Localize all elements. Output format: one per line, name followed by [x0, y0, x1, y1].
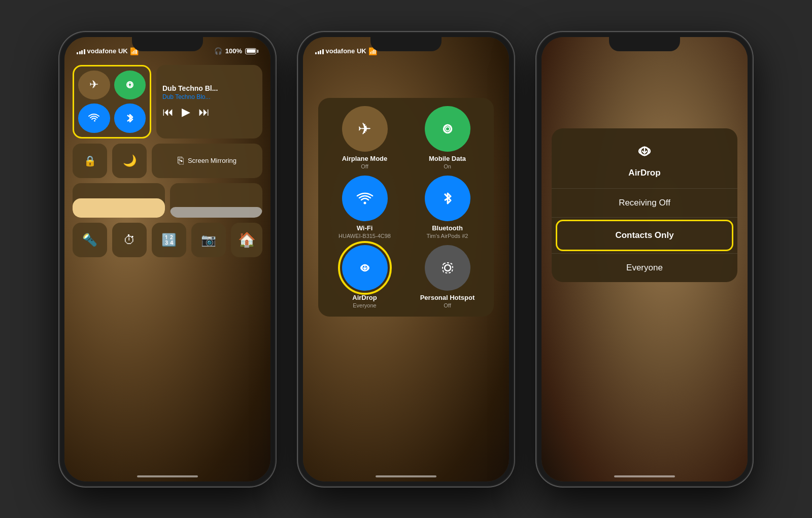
- wifi-label: Wi-Fi: [357, 224, 373, 232]
- media-controls: ⏮ ▶ ⏭: [162, 106, 256, 119]
- control-center: ✈: [73, 65, 262, 257]
- svg-point-7: [445, 265, 451, 271]
- connectivity-block: ✈: [73, 65, 151, 139]
- bluetooth-item[interactable]: Bluetooth Tim's AirPods #2: [409, 176, 486, 239]
- notch-3: [609, 37, 680, 51]
- cellular-button[interactable]: [114, 71, 146, 100]
- airdrop-label: AirDrop: [352, 294, 377, 301]
- do-not-disturb-button[interactable]: 🌙: [112, 144, 147, 178]
- airdrop-menu-title: AirDrop: [628, 168, 660, 178]
- notch: [132, 37, 203, 51]
- signal-bar-2: [79, 51, 81, 54]
- media-subtitle: Dub Techno Blo...: [162, 93, 256, 100]
- mobile-data-item[interactable]: Mobile Data On: [409, 106, 486, 169]
- airdrop-highlight-ring: [338, 241, 392, 295]
- status-left-2: vodafone UK 📶: [315, 47, 377, 55]
- status-right: 🎧 100%: [214, 47, 258, 55]
- airdrop-menu-header: AirDrop: [552, 128, 737, 189]
- everyone-label: Everyone: [626, 263, 663, 272]
- rewind-button[interactable]: ⏮: [162, 106, 174, 119]
- media-player-block: Dub Techno Bl... Dub Techno Blo... ⏮ ▶ ⏭: [156, 65, 262, 139]
- airdrop-status: Everyone: [353, 302, 376, 308]
- battery-percent: 100%: [225, 47, 242, 55]
- carrier-label: vodafone UK: [87, 47, 128, 55]
- headphones-icon: 🎧: [214, 47, 222, 55]
- phone-2-screen: vodafone UK 📶 ✈ Airplane Mode Off: [303, 37, 509, 481]
- orientation-lock-button[interactable]: 🔒: [73, 144, 107, 178]
- home-indicator: [137, 475, 198, 477]
- bluetooth-label: Bluetooth: [432, 224, 463, 232]
- personal-hotspot-item[interactable]: Personal Hotspot Off: [409, 245, 486, 308]
- carrier-label-2: vodafone UK: [326, 47, 366, 55]
- brightness-slider[interactable]: [73, 183, 165, 218]
- timer-button[interactable]: ⏱: [112, 223, 147, 257]
- home-button[interactable]: 🏠: [231, 223, 262, 257]
- media-title: Dub Techno Bl...: [162, 84, 256, 92]
- receiving-off-option[interactable]: Receiving Off: [552, 189, 737, 218]
- phone-1-screen: vodafone UK 📶 🎧 100% ✈: [64, 37, 270, 481]
- flashlight-button[interactable]: 🔦: [73, 223, 107, 257]
- cc-bottom-row: 🔦 ⏱ 🔢 📷 🏠: [73, 223, 262, 257]
- svg-point-3: [446, 127, 450, 131]
- screen-mirroring-button[interactable]: ⎘ Screen Mirroring: [152, 144, 262, 178]
- expanded-control-center: ✈ Airplane Mode Off Mobile Data: [318, 98, 494, 317]
- phone-2: vodafone UK 📶 ✈ Airplane Mode Off: [297, 31, 515, 488]
- home-indicator-2: [376, 475, 436, 477]
- personal-hotspot-icon: [425, 245, 470, 291]
- signal-bars-icon-2: [315, 48, 324, 54]
- wifi-item[interactable]: Wi-Fi HUAWEI-B315-4C98: [326, 176, 403, 239]
- cc-exp-grid: ✈ Airplane Mode Off Mobile Data: [326, 106, 486, 308]
- mobile-data-status: On: [444, 163, 451, 169]
- phone-3: AirDrop Receiving Off Contacts Only Ever…: [535, 31, 754, 488]
- home-indicator-3: [614, 475, 675, 477]
- screen-mirroring-label: Screen Mirroring: [188, 157, 236, 164]
- camera-button[interactable]: 📷: [191, 223, 226, 257]
- svg-point-4: [363, 201, 366, 204]
- phone-1: vodafone UK 📶 🎧 100% ✈: [58, 31, 277, 488]
- wifi-network-name: HUAWEI-B315-4C98: [339, 233, 391, 239]
- bluetooth-button[interactable]: [114, 103, 146, 133]
- calculator-button[interactable]: 🔢: [152, 223, 186, 257]
- mobile-data-label: Mobile Data: [429, 155, 466, 162]
- everyone-option[interactable]: Everyone: [552, 253, 737, 282]
- fast-forward-button[interactable]: ⏭: [198, 106, 210, 119]
- airplane-mode-item[interactable]: ✈ Airplane Mode Off: [326, 106, 403, 169]
- phone-3-screen: AirDrop Receiving Off Contacts Only Ever…: [542, 37, 748, 481]
- signal-bar-1: [77, 52, 78, 54]
- personal-hotspot-status: Off: [444, 302, 451, 308]
- battery-icon: [245, 48, 258, 54]
- play-button[interactable]: ▶: [182, 106, 190, 119]
- airplane-mode-label: Airplane Mode: [342, 155, 388, 162]
- mobile-data-icon: [425, 106, 470, 152]
- cc-second-row: 🔒 🌙 ⎘ Screen Mirroring: [73, 144, 262, 178]
- notch-2: [370, 37, 442, 51]
- airplane-mode-button[interactable]: ✈: [78, 71, 110, 100]
- volume-slider[interactable]: [170, 183, 262, 218]
- wifi-button[interactable]: [78, 103, 110, 133]
- signal-bar-4: [84, 49, 85, 54]
- airplane-mode-status: Off: [361, 163, 368, 169]
- bluetooth-circle-icon: [425, 176, 470, 221]
- airplane-mode-icon: ✈: [342, 106, 388, 152]
- airdrop-circle-icon: [342, 245, 388, 291]
- cc-top-row: ✈: [73, 65, 262, 139]
- contacts-only-option[interactable]: Contacts Only: [557, 221, 732, 250]
- bluetooth-device-name: Tim's AirPods #2: [427, 233, 468, 239]
- airdrop-menu: AirDrop Receiving Off Contacts Only Ever…: [552, 128, 737, 282]
- wifi-circle-icon: [342, 176, 388, 221]
- svg-point-1: [128, 83, 131, 86]
- airdrop-item[interactable]: AirDrop Everyone: [326, 245, 403, 308]
- sliders-row: [73, 183, 262, 218]
- signal-bars-icon: [77, 48, 85, 54]
- signal-bar-3: [81, 50, 83, 54]
- receiving-off-label: Receiving Off: [619, 198, 670, 208]
- status-left: vodafone UK 📶: [77, 47, 139, 55]
- personal-hotspot-label: Personal Hotspot: [420, 294, 475, 301]
- contacts-only-highlight: Contacts Only: [556, 220, 733, 251]
- airdrop-menu-icon: [632, 139, 657, 164]
- contacts-only-label: Contacts Only: [615, 230, 673, 240]
